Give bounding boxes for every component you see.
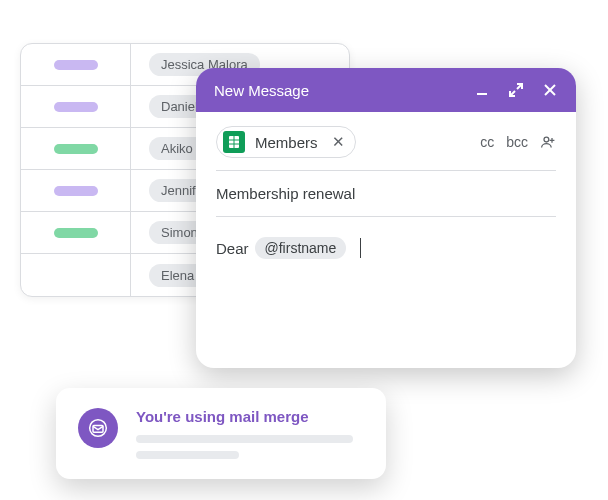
status-capsule <box>54 144 98 154</box>
add-recipient-icon[interactable] <box>540 134 556 150</box>
greeting-text: Dear <box>216 240 249 257</box>
status-cell <box>21 254 131 296</box>
compose-header: New Message <box>196 68 576 112</box>
status-cell <box>21 170 131 211</box>
close-icon[interactable] <box>542 82 558 98</box>
chip-remove-icon[interactable]: ✕ <box>332 133 345 151</box>
body-input[interactable]: Dear @firstname <box>216 217 556 259</box>
skeleton-line <box>136 435 353 443</box>
minimize-icon[interactable] <box>474 82 490 98</box>
cc-bcc-group: cc bcc <box>480 134 556 150</box>
merge-field-chip[interactable]: @firstname <box>255 237 347 259</box>
compose-title: New Message <box>214 82 309 99</box>
subject-input[interactable]: Membership renewal <box>216 171 556 217</box>
to-row[interactable]: Members ✕ cc bcc <box>216 126 556 171</box>
sheets-icon <box>223 131 245 153</box>
toast-body: You're using mail merge <box>136 408 364 459</box>
status-cell <box>21 212 131 253</box>
status-capsule <box>54 228 98 238</box>
status-capsule <box>54 60 98 70</box>
recipient-chip[interactable]: Members ✕ <box>216 126 356 158</box>
status-capsule <box>54 186 98 196</box>
header-icons <box>474 82 558 98</box>
compose-window: New Message <box>196 68 576 368</box>
bcc-button[interactable]: bcc <box>506 134 528 150</box>
compose-body: Members ✕ cc bcc Membership renewal Dear… <box>196 112 576 368</box>
text-cursor <box>360 238 361 258</box>
mail-merge-toast: You're using mail merge <box>56 388 386 479</box>
cc-button[interactable]: cc <box>480 134 494 150</box>
status-capsule <box>54 102 98 112</box>
toast-title: You're using mail merge <box>136 408 364 425</box>
expand-icon[interactable] <box>508 82 524 98</box>
svg-point-7 <box>544 137 549 142</box>
svg-point-10 <box>90 420 107 437</box>
status-cell <box>21 128 131 169</box>
chip-label: Members <box>255 134 318 151</box>
mail-merge-badge <box>78 408 118 448</box>
skeleton-line <box>136 451 239 459</box>
status-cell <box>21 86 131 127</box>
status-cell <box>21 44 131 85</box>
